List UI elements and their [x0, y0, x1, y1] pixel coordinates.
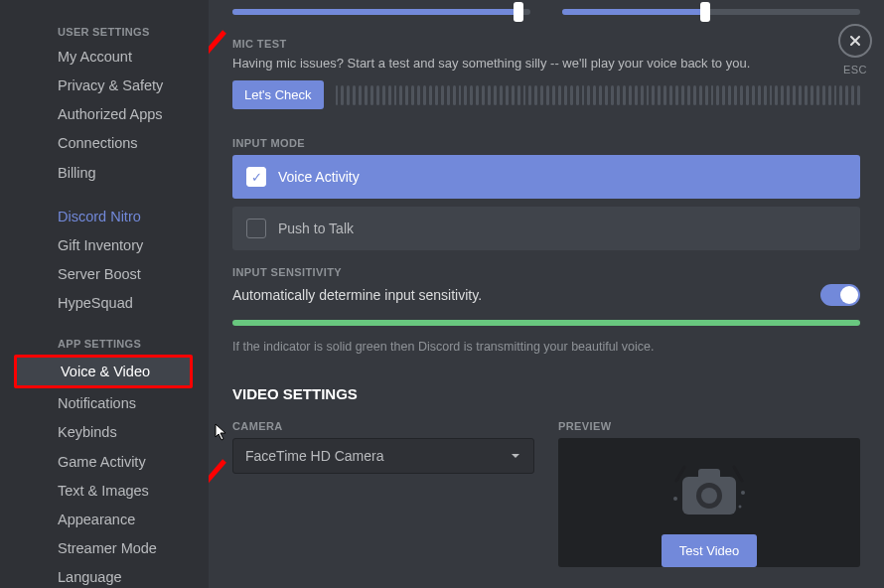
svg-point-6 [739, 506, 742, 509]
camera-heading: CAMERA [232, 420, 534, 432]
cursor-pointer-icon [215, 423, 228, 441]
sidebar-item-appearance[interactable]: Appearance [14, 506, 203, 533]
svg-rect-1 [698, 469, 720, 481]
settings-main: ESC MIC TEST Having mic issues? Start a … [209, 0, 884, 588]
sidebar-item-nitro[interactable]: Discord Nitro [14, 203, 203, 230]
test-video-button[interactable]: Test Video [662, 534, 757, 567]
sidebar-item-text-images[interactable]: Text & Images [14, 477, 203, 505]
preview-heading: PREVIEW [558, 420, 860, 432]
mic-test-heading: MIC TEST [232, 38, 860, 50]
sidebar-item-hypesquad[interactable]: HypeSquad [14, 289, 203, 317]
sidebar-header-user: USER SETTINGS [14, 20, 203, 42]
settings-sidebar: USER SETTINGS My Account Privacy & Safet… [0, 0, 209, 588]
svg-point-4 [673, 497, 677, 501]
annotation-arrow-icon [209, 455, 234, 495]
sidebar-item-language[interactable]: Language [14, 563, 203, 588]
sidebar-item-privacy[interactable]: Privacy & Safety [14, 72, 203, 99]
sidebar-item-gift-inventory[interactable]: Gift Inventory [14, 231, 203, 259]
sidebar-item-streamer-mode[interactable]: Streamer Mode [14, 534, 203, 562]
sidebar-item-authorized-apps[interactable]: Authorized Apps [14, 100, 203, 128]
sidebar-item-server-boost[interactable]: Server Boost [14, 260, 203, 288]
sensitivity-indicator-bar [232, 320, 860, 326]
sidebar-item-notifications[interactable]: Notifications [14, 389, 203, 417]
output-volume-slider[interactable] [562, 4, 860, 18]
input-volume-slider[interactable] [232, 4, 530, 18]
camera-select-value: FaceTime HD Camera [245, 448, 384, 464]
sidebar-item-billing[interactable]: Billing [14, 159, 203, 187]
camera-select[interactable]: FaceTime HD Camera [232, 438, 534, 474]
svg-point-3 [701, 488, 717, 504]
annotation-arrow-icon [209, 26, 234, 66]
input-mode-heading: INPUT MODE [232, 137, 860, 149]
svg-point-5 [741, 491, 745, 495]
video-preview-box: Test Video [558, 438, 860, 567]
sidebar-item-keybinds[interactable]: Keybinds [14, 418, 203, 446]
mic-level-meter [336, 85, 860, 105]
mode-label: Push to Talk [278, 220, 354, 236]
chevron-down-icon [510, 450, 521, 462]
video-settings-heading: VIDEO SETTINGS [232, 385, 860, 402]
sidebar-item-game-activity[interactable]: Game Activity [14, 448, 203, 476]
input-mode-push-to-talk[interactable]: Push to Talk [232, 207, 860, 250]
input-mode-voice-activity[interactable]: ✓ Voice Activity [232, 155, 860, 199]
mode-label: Voice Activity [278, 169, 360, 185]
lets-check-button[interactable]: Let's Check [232, 80, 324, 109]
checkbox-unchecked-icon [246, 219, 266, 238]
mic-test-description: Having mic issues? Start a test and say … [232, 56, 860, 71]
auto-sensitivity-label: Automatically determine input sensitivit… [232, 287, 482, 303]
close-icon [848, 34, 862, 48]
auto-sensitivity-toggle[interactable] [820, 284, 860, 306]
sidebar-item-my-account[interactable]: My Account [14, 43, 203, 71]
sensitivity-hint: If the indicator is solid green then Dis… [232, 340, 860, 354]
sidebar-item-connections[interactable]: Connections [14, 129, 203, 157]
close-label: ESC [838, 64, 872, 75]
sidebar-item-voice-video[interactable]: Voice & Video [14, 355, 193, 388]
checkbox-checked-icon: ✓ [246, 167, 266, 187]
sidebar-header-app: APP SETTINGS [14, 332, 203, 354]
camera-icon [670, 463, 748, 518]
close-button[interactable] [838, 24, 872, 58]
input-sensitivity-heading: INPUT SENSITIVITY [232, 266, 860, 278]
